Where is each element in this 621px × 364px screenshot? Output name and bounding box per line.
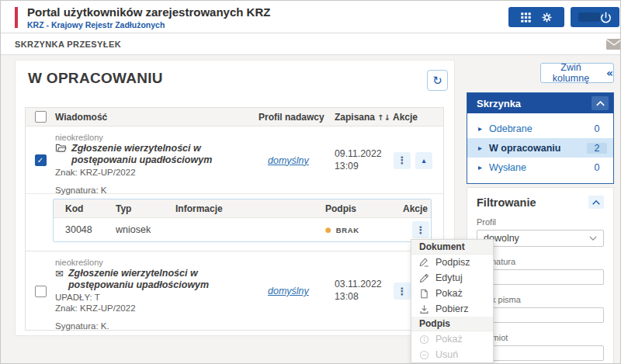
power-icon xyxy=(600,12,612,23)
dots-icon: ⋮ xyxy=(397,155,408,165)
caret-up-icon: ▴ xyxy=(422,157,425,165)
envelope-icon: ✉ xyxy=(55,269,64,279)
skrzynka-panel: Skrzynka ▸ Odebrane 0 ▸ W opracowaniu 2 … xyxy=(467,92,614,184)
logout-button[interactable] xyxy=(571,7,619,27)
signature-icon xyxy=(419,258,429,268)
row-collapse-button[interactable]: ▴ xyxy=(415,152,432,169)
top-bar: Portal użytkowników zarejestrowanych KRZ… xyxy=(1,1,620,33)
message-sygnatura: Sygnatura: K xyxy=(55,185,258,195)
expanded-documents-section: Kod Typ Informacje Podpis Akcje 30048 wn… xyxy=(26,193,443,251)
sidebar-item-wyslane[interactable]: ▸ Wysłane 0 xyxy=(467,158,613,177)
message-row: ✓ nieokreślony Zgłoszenie wierzytelności… xyxy=(26,127,443,193)
message-subject-link[interactable]: Zgłoszenie wierzytelności w postępowaniu… xyxy=(68,268,248,291)
skrzynka-collapse-button[interactable] xyxy=(592,96,609,110)
menu-item-usun[interactable]: Usuń xyxy=(411,347,493,362)
count-badge: 0 xyxy=(587,123,607,134)
triangle-right-icon: ▸ xyxy=(478,124,482,133)
doc-typ: wniosek xyxy=(116,224,175,235)
refresh-icon: ↻ xyxy=(432,74,442,88)
inbox-card: W OPRACOWANIU ↻ Wiadomość Profil nadawcy… xyxy=(15,60,455,336)
dots-icon: ⋮ xyxy=(397,286,408,296)
triangle-right-icon: ▸ xyxy=(478,144,482,152)
doc-podpis-status: ● BRAK xyxy=(325,226,403,234)
double-chevron-left-icon: « xyxy=(606,68,613,78)
section-bar: SKRZYNKA PRZESYŁEK xyxy=(1,33,620,55)
document-row: 30048 wniosek ● BRAK ⋮ xyxy=(54,218,431,241)
filter-znak-pisma-input[interactable] xyxy=(477,307,604,323)
filter-podmiot-input[interactable] xyxy=(477,345,604,361)
sender-profile-link[interactable]: domyślny xyxy=(258,286,309,296)
menu-item-pokaz[interactable]: Pokaż xyxy=(411,286,493,301)
count-badge: 0 xyxy=(587,162,607,173)
collapse-column-button[interactable]: Zwiń kolumnę « xyxy=(540,63,614,83)
message-row: nieokreślony ✉ Zgłoszenie wierzytelności… xyxy=(26,251,443,331)
info-circle-icon xyxy=(419,335,429,345)
subcol-akcje: Akcje xyxy=(403,203,431,214)
messages-table: Wiadomość Profil nadawcy Zapisana↑↓ Akcj… xyxy=(25,107,444,331)
message-kind: nieokreślony xyxy=(55,133,258,142)
status-badge: BRAK xyxy=(336,226,359,234)
filter-profil-label: Profil xyxy=(477,217,604,227)
file-icon xyxy=(419,289,429,299)
message-znak: Znak: KRZ-UP/2022 xyxy=(55,168,258,177)
app-subtitle-link[interactable]: KRZ - Krajowy Rejestr Zadłużonych xyxy=(27,20,165,29)
menu-item-pobierz[interactable]: Pobierz xyxy=(411,301,493,317)
mail-icon xyxy=(605,38,621,50)
filter-podmiot-label: Podmiot xyxy=(477,333,604,342)
saved-date: 03.11.202213:08 xyxy=(335,279,393,303)
message-znak: Znak: KRZ-UP/2022 xyxy=(55,303,258,313)
skrzynka-panel-header: Skrzynka xyxy=(467,93,613,113)
filter-sygnatura-input[interactable] xyxy=(477,269,604,285)
pencil-icon xyxy=(419,273,429,283)
sort-icon: ↑↓ xyxy=(377,113,390,122)
documents-subtable: Kod Typ Informacje Podpis Akcje 30048 wn… xyxy=(53,199,432,242)
message-subject-link[interactable]: Zgłoszenie wierzytelności w postępowaniu… xyxy=(71,143,252,166)
message-cell: nieokreślony ✉ Zgłoszenie wierzytelności… xyxy=(55,251,258,331)
table-header-row: Wiadomość Profil nadawcy Zapisana↑↓ Akcj… xyxy=(26,108,443,127)
filter-sygnatura-label: Sygnatura xyxy=(477,257,604,266)
col-header-akcje: Akcje xyxy=(393,112,443,123)
brand-accent-bar xyxy=(15,7,18,28)
count-badge: 2 xyxy=(587,143,607,154)
menu-item-edytuj[interactable]: Edytuj xyxy=(411,270,493,286)
app-title: Portal użytkowników zarejestrowanych KRZ xyxy=(27,5,270,19)
subtable-header-row: Kod Typ Informacje Podpis Akcje xyxy=(54,199,431,218)
menu-item-podpisz[interactable]: Podpisz xyxy=(411,255,493,270)
chevron-down-icon xyxy=(589,236,597,241)
sidebar-item-odebrane[interactable]: ▸ Odebrane 0 xyxy=(467,119,613,138)
status-dot-icon: ● xyxy=(325,227,331,234)
menu-item-podpis-pokaz[interactable]: Pokaż xyxy=(411,331,493,347)
apps-settings-button[interactable] xyxy=(508,7,564,27)
sender-profile-link[interactable]: domyślny xyxy=(258,155,309,166)
subcol-podpis: Podpis xyxy=(325,203,403,214)
row-actions-button[interactable]: ⋮ xyxy=(394,152,411,169)
saved-date: 09.11.202213:09 xyxy=(335,148,393,173)
dots-icon: ⋮ xyxy=(416,225,426,235)
row-checkbox[interactable] xyxy=(35,286,47,297)
menu-section-dokument: Dokument xyxy=(411,240,493,255)
message-upadly: UPADŁY: T xyxy=(55,293,258,302)
filter-title: Filtrowanie xyxy=(477,196,536,209)
sidebar-item-w-opracowaniu[interactable]: ▸ W opracowaniu 2 xyxy=(467,138,613,158)
breadcrumb: SKRZYNKA PRZESYŁEK xyxy=(15,40,121,49)
row-actions-button[interactable]: ⋮ xyxy=(394,283,411,300)
skrzynka-title: Skrzynka xyxy=(477,98,521,109)
col-header-zapisana-sort[interactable]: Zapisana↑↓ xyxy=(335,112,393,123)
gear-icon xyxy=(541,12,553,23)
subcol-kod: Kod xyxy=(54,203,116,214)
message-sygnatura: Sygnatura: K. xyxy=(55,321,258,331)
row-checkbox[interactable]: ✓ xyxy=(35,154,47,166)
document-actions-button[interactable]: ⋮ xyxy=(412,221,429,238)
refresh-button[interactable]: ↻ xyxy=(427,70,448,91)
minus-circle-icon xyxy=(419,350,429,360)
select-all-checkbox[interactable] xyxy=(35,111,47,123)
context-menu: Dokument Podpisz Edytuj Pokaż Pobierz xyxy=(411,239,494,363)
filter-znak-pisma-label: Znak pisma xyxy=(477,295,604,304)
doc-kod: 30048 xyxy=(54,224,116,235)
profile-select[interactable]: dowolny xyxy=(477,230,604,247)
krz-portal-page: Portal użytkowników zarejestrowanych KRZ… xyxy=(0,0,621,364)
message-kind: nieokreślony xyxy=(55,258,258,267)
folder-open-icon xyxy=(55,143,67,153)
filter-collapse-button[interactable] xyxy=(588,196,604,209)
chevron-up-icon xyxy=(596,101,605,106)
